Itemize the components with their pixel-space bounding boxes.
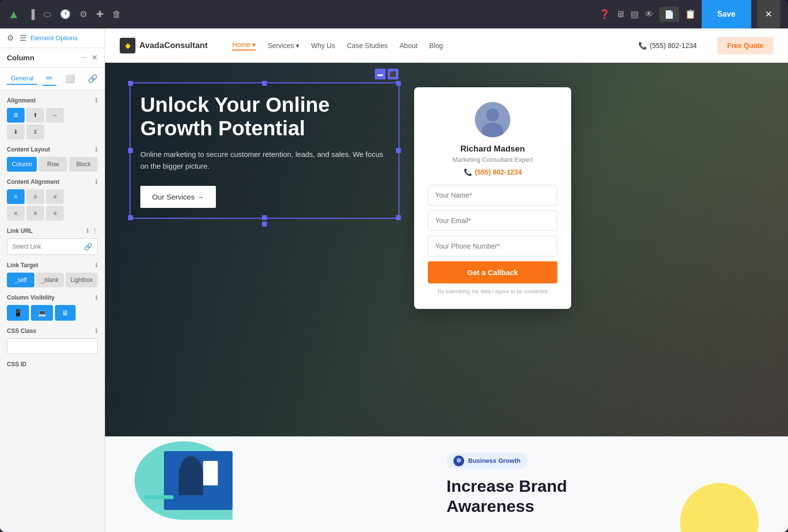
device-mobile-btn[interactable]: 📱 [7, 305, 29, 321]
nav-phone: 📞 (555) 802-1234 [638, 42, 697, 50]
logo-icon: ◆ [120, 38, 135, 53]
nav-blog[interactable]: Blog [429, 42, 443, 50]
site-navbar: ◆ AvadaConsultant Home ▾ Services ▾ Why … [105, 28, 788, 63]
eye-icon[interactable]: 👁 [645, 9, 654, 20]
link-url-field[interactable] [12, 243, 84, 250]
hero-cta-button[interactable]: Our Services → [140, 186, 216, 208]
device-tablet-btn[interactable]: 💻 [31, 305, 53, 321]
link-url-settings-icon[interactable]: ⋮ [92, 228, 98, 234]
pages-icon[interactable]: ⬭ [44, 9, 51, 20]
nav-home[interactable]: Home ▾ [232, 41, 256, 51]
css-class-input-container[interactable] [7, 338, 98, 354]
tab-general[interactable]: General [7, 73, 37, 85]
layout-column-btn[interactable]: Column [7, 157, 37, 172]
content-align2-btn[interactable]: ≡ [26, 189, 44, 204]
target-self-btn[interactable]: _self [7, 273, 34, 287]
link-target-info-icon[interactable]: ℹ [95, 262, 98, 269]
page-icon[interactable]: 📄 [659, 7, 679, 22]
element-toolbar-btn1[interactable]: ▬ [375, 69, 386, 79]
tab-layout-icon[interactable]: ⬜ [61, 72, 79, 85]
delete-icon[interactable]: 🗑 [112, 9, 121, 20]
more-options-icon[interactable]: ··· [81, 53, 87, 62]
tablet-icon[interactable]: ▤ [630, 9, 639, 20]
handle-bottom-left [128, 215, 133, 220]
badge-icon: ⚙ [453, 456, 464, 466]
panel-title-actions: ··· ✕ [81, 53, 98, 62]
css-id-label: CSS ID [7, 361, 98, 368]
link-url-info-icon[interactable]: ℹ [86, 228, 89, 234]
css-class-label: CSS Class ℹ [7, 328, 98, 334]
target-lightbox-btn[interactable]: Lightbox [66, 273, 98, 287]
business-growth-badge: ⚙ Business Growth [447, 453, 527, 469]
bottom-text: ⚙ Business Growth Increase Brand Awarene… [427, 436, 788, 532]
close-panel-icon[interactable]: ✕ [91, 53, 98, 62]
device-desktop-btn[interactable]: 🖥 [55, 305, 76, 321]
layout-block-btn[interactable]: Block [69, 157, 98, 172]
nav-about[interactable]: About [399, 42, 418, 50]
content-alignment-info-icon[interactable]: ℹ [95, 178, 98, 185]
settings-panel-icon[interactable]: ⚙ [7, 33, 14, 43]
handle-bottom-middle [262, 215, 267, 220]
content-align3-btn[interactable]: ≡ [46, 189, 64, 204]
alignment-group: ⚙ ⬆ ↔ [7, 108, 98, 123]
content-align1-btn[interactable]: ≡ [7, 189, 25, 204]
form-email-input[interactable] [428, 210, 557, 231]
site-logo: ◆ AvadaConsultant [120, 38, 208, 53]
content-alignment-group1: ≡ ≡ ≡ [7, 189, 98, 204]
alignment-info-icon[interactable]: ℹ [95, 97, 98, 104]
free-quote-button[interactable]: Free Quote [717, 37, 773, 54]
form-name-input[interactable] [428, 185, 557, 205]
nav-case-studies[interactable]: Case Studies [347, 42, 388, 50]
save-button[interactable]: Save [702, 0, 751, 28]
site-nav: Home ▾ Services ▾ Why Us Case Studies Ab… [232, 41, 443, 51]
align-start-btn[interactable]: ⚙ [7, 108, 25, 123]
top-toolbar: ▲ ▐ ⬭ 🕐 ⚙ ✚ 🗑 ❓ 🖥 ▤ 👁 📄 📋 Save ✕ [0, 0, 788, 28]
callback-button[interactable]: Get a Callback [428, 261, 557, 283]
column-visibility-info-icon[interactable]: ℹ [95, 294, 98, 301]
content-layout-label: Content Layout ℹ [7, 146, 98, 153]
add-icon[interactable]: ✚ [96, 9, 104, 20]
list-panel-icon[interactable]: ☰ [20, 33, 26, 43]
help-icon[interactable]: ❓ [599, 9, 610, 20]
hero-section: ▬ ⬛ Unlock Your Online Growth Potential [105, 63, 788, 532]
tab-style-icon[interactable]: ✏ [42, 72, 56, 86]
align-center-btn[interactable]: ↔ [46, 108, 64, 123]
doc-shape [203, 461, 218, 485]
layout-row-btn[interactable]: Row [39, 157, 67, 172]
badge-text: Business Growth [468, 457, 521, 464]
link-url-input[interactable]: 🔗 [7, 238, 98, 255]
nav-why-us[interactable]: Why Us [311, 42, 335, 50]
css-class-field[interactable] [12, 343, 92, 350]
content-align4-btn[interactable]: ≡ [7, 206, 25, 221]
content-align6-btn[interactable]: ≡ [46, 206, 64, 221]
handle-middle-left [128, 148, 133, 153]
content-layout-info-icon[interactable]: ℹ [95, 146, 98, 153]
figure-shape [179, 456, 203, 495]
handle-top-middle [262, 81, 267, 86]
svg-point-1 [486, 108, 499, 121]
copy-icon[interactable]: 📋 [685, 9, 696, 20]
history-icon[interactable]: 🕐 [60, 9, 71, 20]
settings-icon[interactable]: ⚙ [79, 9, 87, 20]
close-button[interactable]: ✕ [757, 0, 780, 28]
align-bottom-btn[interactable]: ⬇ [7, 125, 25, 139]
align-stretch-btn[interactable]: ⇕ [26, 125, 44, 139]
nav-services[interactable]: Services ▾ [267, 42, 299, 50]
css-class-info-icon[interactable]: ℹ [95, 328, 98, 334]
handle-middle-right [396, 148, 401, 153]
form-phone-input[interactable] [428, 236, 557, 256]
element-toolbar-btn2[interactable]: ⬛ [388, 69, 398, 79]
tab-link-icon[interactable]: 🔗 [84, 72, 102, 85]
content-align5-btn[interactable]: ≡ [26, 206, 44, 221]
toolbar-left: ▲ ▐ ⬭ 🕐 ⚙ ✚ 🗑 [8, 7, 590, 21]
handle-bottom-right [396, 215, 401, 220]
nav-phone-number: (555) 802-1234 [650, 42, 697, 50]
consultant-phone: 📞 (555) 802-1234 [428, 168, 557, 176]
device-visibility-group: 📱 💻 🖥 [7, 305, 98, 321]
desktop-icon[interactable]: 🖥 [616, 9, 625, 20]
panel-header-icons: ⚙ ☰ [7, 33, 26, 43]
align-top-btn[interactable]: ⬆ [26, 108, 44, 123]
sidebar-toggle-icon[interactable]: ▐ [28, 9, 35, 20]
bottom-heading-line2: Awareness [447, 497, 534, 515]
target-blank-btn[interactable]: _blank [36, 273, 64, 287]
